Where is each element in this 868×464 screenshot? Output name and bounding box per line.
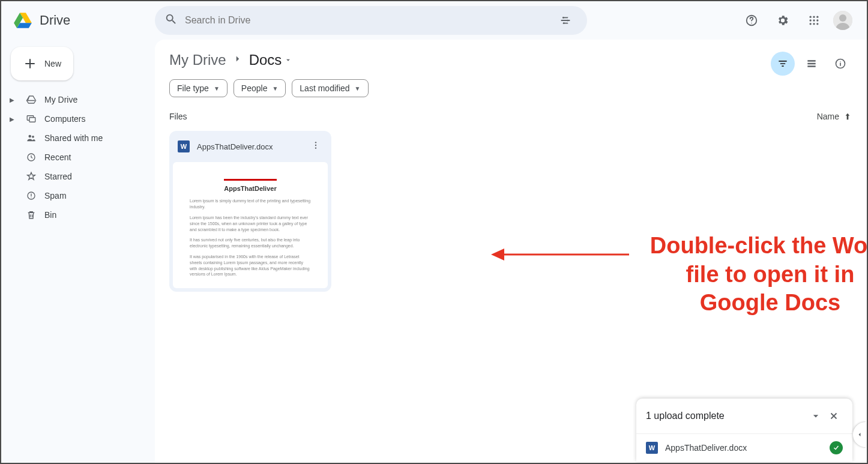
svg-rect-17 [29,118,35,122]
search-input[interactable] [185,15,553,26]
sidebar-item-label: Recent [44,152,71,162]
bin-icon [25,209,37,220]
filter-chips: File type▼ People▼ Last modified▼ [169,79,852,97]
caret-down-icon [284,56,292,64]
chip-last-modified[interactable]: Last modified▼ [292,79,368,97]
svg-point-12 [813,23,815,25]
svg-point-28 [315,142,316,143]
svg-point-0 [562,17,564,19]
star-icon [25,171,37,182]
sidebar: New ▶ My Drive ▶ Computers Shared with m… [1,40,155,463]
more-options-icon[interactable] [309,138,323,155]
breadcrumb-root[interactable]: My Drive [169,52,226,68]
chip-file-type[interactable]: File type▼ [169,79,228,97]
sidebar-item-starred[interactable]: Starred [6,167,145,186]
spam-icon [25,190,37,201]
chevron-right-icon: ▶ [10,116,17,122]
sidebar-item-label: My Drive [44,95,77,104]
chevron-right-icon: ▶ [10,97,17,103]
avatar[interactable] [833,11,852,30]
shared-icon [25,133,37,143]
files-label: Files [169,112,187,121]
chip-people[interactable]: People▼ [234,79,286,97]
file-card-header: W AppsThatDeliver.docx [169,131,331,162]
sidebar-item-label: Shared with me [44,133,103,143]
my-drive-icon [25,94,37,105]
word-doc-icon: W [178,140,190,152]
svg-point-15 [839,14,846,22]
filter-button[interactable] [771,52,795,76]
svg-point-29 [315,145,316,146]
gear-icon[interactable] [771,8,795,32]
file-thumbnail: AppsThatDeliver Lorem ipsum is simply du… [173,162,328,288]
sidebar-item-bin[interactable]: Bin [6,205,145,224]
close-icon[interactable] [825,407,843,425]
recent-icon [25,152,37,163]
caret-down-icon: ▼ [214,85,220,92]
caret-down-icon: ▼ [272,85,278,92]
sort-by[interactable]: Name [817,112,852,121]
file-card[interactable]: W AppsThatDeliver.docx AppsThatDeliver L… [169,131,331,292]
svg-point-6 [813,16,815,18]
upload-toast: 1 upload complete W AppsThatDeliver.docx [636,399,852,462]
sidebar-item-shared[interactable]: Shared with me [6,128,145,148]
computers-icon [25,113,37,124]
breadcrumb-current-label: Docs [249,52,282,68]
svg-point-18 [29,135,32,138]
caret-down-icon: ▼ [355,85,361,92]
toast-file-name: AppsThatDeliver.docx [665,443,822,453]
svg-point-10 [816,19,818,21]
sidebar-item-computers[interactable]: ▶ Computers [6,109,145,128]
file-name: AppsThatDeliver.docx [197,142,301,151]
svg-point-7 [816,16,818,18]
svg-rect-23 [807,60,815,62]
logo-wrap[interactable]: Drive [11,8,155,32]
chevron-down-icon[interactable] [807,407,825,425]
sidebar-item-label: Spam [44,191,67,200]
chevron-right-icon [232,53,243,67]
view-controls [771,52,852,76]
toast-item[interactable]: W AppsThatDeliver.docx [636,433,852,462]
svg-rect-24 [807,63,815,65]
chip-label: Last modified [300,83,349,93]
svg-point-30 [315,147,316,148]
sidebar-item-label: Starred [44,172,72,181]
chip-label: People [241,83,268,93]
search-bar[interactable] [155,6,587,35]
header-right [740,8,857,32]
file-grid: W AppsThatDeliver.docx AppsThatDeliver L… [169,131,852,292]
app-name: Drive [40,13,70,28]
header: Drive [1,1,867,40]
svg-point-2 [563,22,565,24]
thumb-title: AppsThatDeliver [190,184,311,193]
info-button[interactable] [828,52,852,76]
new-button-label: New [44,59,61,68]
toast-header: 1 upload complete [636,399,852,433]
files-section-header: Files Name [169,112,852,121]
word-doc-icon: W [646,442,658,454]
svg-point-27 [840,61,840,62]
chip-label: File type [177,83,209,93]
svg-point-9 [813,19,815,21]
breadcrumb-current[interactable]: Docs [249,52,293,68]
svg-point-19 [32,136,34,138]
sidebar-item-label: Computers [44,114,85,124]
svg-point-1 [567,20,568,22]
plus-icon [23,56,37,71]
help-icon[interactable] [740,8,764,32]
svg-point-22 [31,197,31,197]
svg-rect-25 [807,65,815,67]
sidebar-item-recent[interactable]: Recent [6,148,145,167]
success-check-icon [830,441,843,454]
sort-label: Name [817,112,839,121]
search-icon [164,13,178,28]
list-view-button[interactable] [800,52,824,76]
apps-grid-icon[interactable] [802,8,826,32]
breadcrumb: My Drive Docs [169,52,852,68]
svg-point-5 [810,16,812,18]
sidebar-item-my-drive[interactable]: ▶ My Drive [6,90,145,109]
drive-logo-icon [11,8,35,32]
sidebar-item-spam[interactable]: Spam [6,186,145,205]
new-button[interactable]: New [11,47,73,80]
search-options-icon[interactable] [553,8,577,32]
